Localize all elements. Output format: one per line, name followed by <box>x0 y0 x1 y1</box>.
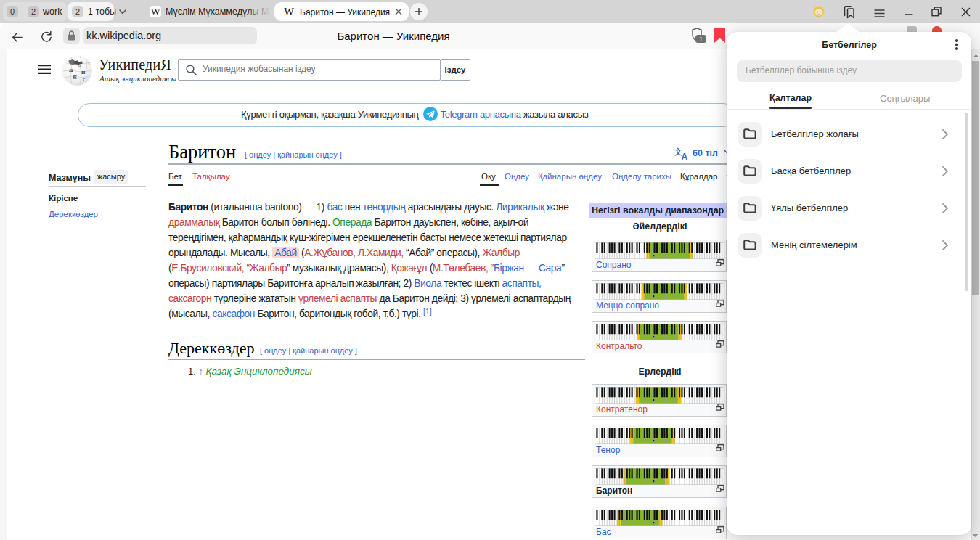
svg-text:Ω: Ω <box>69 68 73 73</box>
svg-text:1: 1 <box>699 36 703 43</box>
svg-text:И: И <box>81 70 86 75</box>
svg-text:A: A <box>682 152 688 160</box>
svg-text:並: 並 <box>72 74 77 79</box>
svg-text:?: ? <box>83 77 85 81</box>
svg-text:ω: ω <box>78 63 81 68</box>
